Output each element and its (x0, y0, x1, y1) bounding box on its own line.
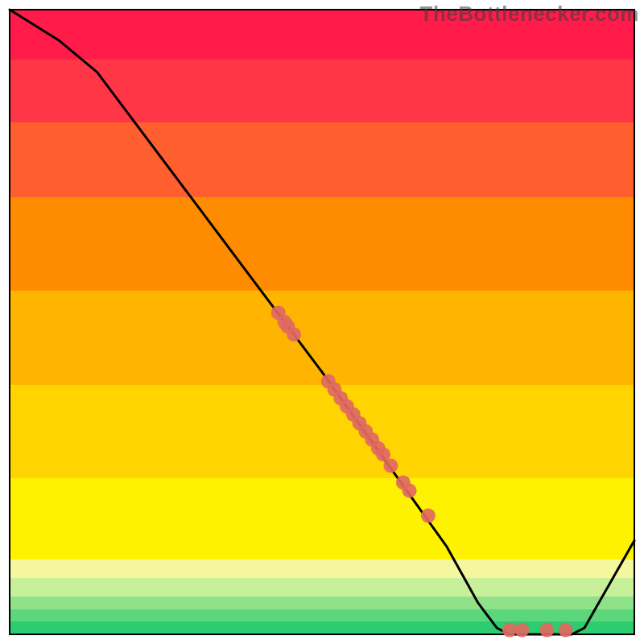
scatter-point (502, 623, 517, 638)
bottleneck-chart (0, 0, 644, 644)
scatter-point (559, 623, 573, 638)
scatter-point (383, 459, 398, 473)
plot-area (10, 10, 634, 638)
watermark-text: TheBottlenecker.com (420, 2, 639, 27)
scatter-point (539, 623, 554, 638)
scatter-point (421, 509, 436, 523)
heatmap-background (10, 10, 634, 634)
scatter-point (402, 484, 417, 498)
scatter-point (287, 328, 301, 342)
chart-container: TheBottlenecker.com (0, 0, 644, 644)
scatter-point (514, 623, 529, 638)
